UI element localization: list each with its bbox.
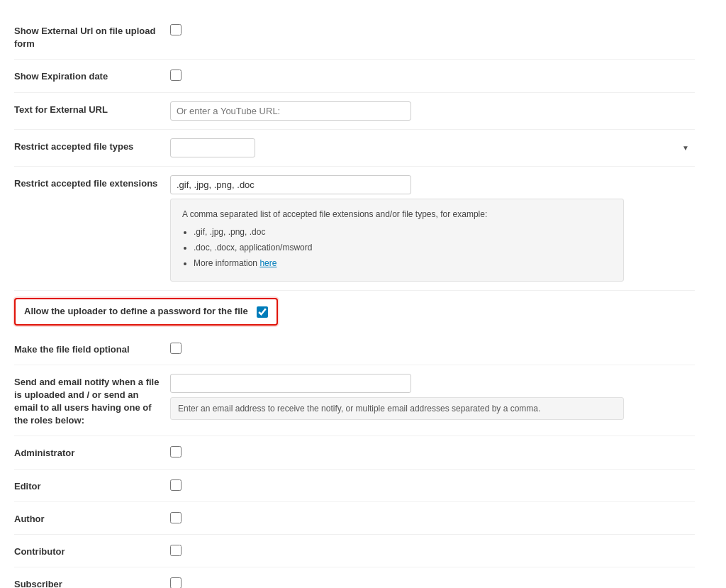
select-file-types[interactable]: Images Documents Video Audio [170, 138, 255, 157]
input-restrict-file-extensions[interactable] [170, 175, 411, 194]
label-role-0: Administrator [14, 445, 170, 460]
checkbox-show-external-url[interactable] [170, 24, 182, 35]
control-email-notify: Enter an email address to receive the no… [170, 374, 695, 420]
control-text-external-url [170, 101, 695, 121]
row-role-editor: Editor [14, 470, 695, 502]
control-restrict-file-extensions: A comma separated list of accepted file … [170, 175, 695, 282]
control-role-3 [170, 543, 695, 556]
row-email-notify: Send and email notify when a file is upl… [14, 365, 695, 437]
roles-container: AdministratorEditorAuthorContributorSubs… [14, 436, 695, 588]
control-role-0 [170, 445, 695, 457]
checkbox-role-author[interactable] [170, 512, 182, 523]
row-text-external-url: Text for External URL [14, 93, 695, 130]
checkbox-make-optional[interactable] [170, 343, 182, 354]
email-notify-hint: Enter an email address to receive the no… [170, 397, 624, 420]
label-restrict-file-extensions: Restrict accepted file extensions [14, 175, 170, 190]
label-text-external-url: Text for External URL [14, 101, 170, 116]
label-show-expiration-date: Show Expiration date [14, 68, 170, 83]
more-info-link[interactable]: here [259, 258, 277, 268]
info-item-1: .doc, .docx, application/msword [194, 241, 612, 255]
info-item-2: More information here [194, 257, 612, 270]
label-role-4: Subscriber [14, 576, 170, 588]
input-email-notify[interactable] [170, 374, 411, 393]
settings-form: Show External Url on file upload form Sh… [14, 14, 695, 588]
row-restrict-file-extensions: Restrict accepted file extensions A comm… [14, 167, 695, 292]
highlight-allow-password: Allow the uploader to define a password … [14, 298, 278, 325]
select-wrapper-file-types: Images Documents Video Audio ▼ [170, 138, 695, 157]
control-role-1 [170, 478, 695, 491]
checkbox-show-expiration-date[interactable] [170, 70, 182, 81]
control-restrict-file-types: Images Documents Video Audio ▼ [170, 138, 695, 157]
control-show-expiration-date [170, 68, 695, 81]
info-intro: A comma separated list of accepted file … [182, 209, 487, 219]
label-allow-password: Allow the uploader to define a password … [24, 305, 248, 318]
checkbox-role-contributor[interactable] [170, 545, 182, 556]
row-make-optional: Make the file field optional [14, 333, 695, 365]
control-role-2 [170, 511, 695, 523]
checkbox-allow-password[interactable] [257, 306, 268, 318]
row-allow-password: Allow the uploader to define a password … [14, 291, 695, 332]
file-extensions-info-box: A comma separated list of accepted file … [170, 199, 624, 282]
row-role-author: Author [14, 502, 695, 535]
label-role-3: Contributor [14, 543, 170, 558]
label-make-optional: Make the file field optional [14, 341, 170, 356]
row-show-expiration-date: Show Expiration date [14, 60, 695, 92]
input-text-external-url[interactable] [170, 101, 411, 121]
label-email-notify: Send and email notify when a file is upl… [14, 374, 170, 428]
control-make-optional [170, 341, 695, 354]
checkbox-role-editor[interactable] [170, 479, 182, 491]
label-role-2: Author [14, 511, 170, 526]
control-role-4 [170, 576, 695, 588]
info-item-0: .gif, .jpg, .png, .doc [194, 226, 612, 239]
chevron-down-icon: ▼ [682, 144, 689, 152]
control-show-external-url [170, 23, 695, 35]
row-role-subscriber: Subscriber [14, 567, 695, 588]
row-show-external-url: Show External Url on file upload form [14, 14, 695, 60]
label-role-1: Editor [14, 478, 170, 493]
row-role-administrator: Administrator [14, 436, 695, 469]
row-role-contributor: Contributor [14, 535, 695, 567]
row-restrict-file-types: Restrict accepted file types Images Docu… [14, 130, 695, 167]
label-restrict-file-types: Restrict accepted file types [14, 138, 170, 153]
checkbox-role-subscriber[interactable] [170, 577, 182, 588]
checkbox-role-administrator[interactable] [170, 446, 182, 457]
label-show-external-url: Show External Url on file upload form [14, 23, 170, 50]
